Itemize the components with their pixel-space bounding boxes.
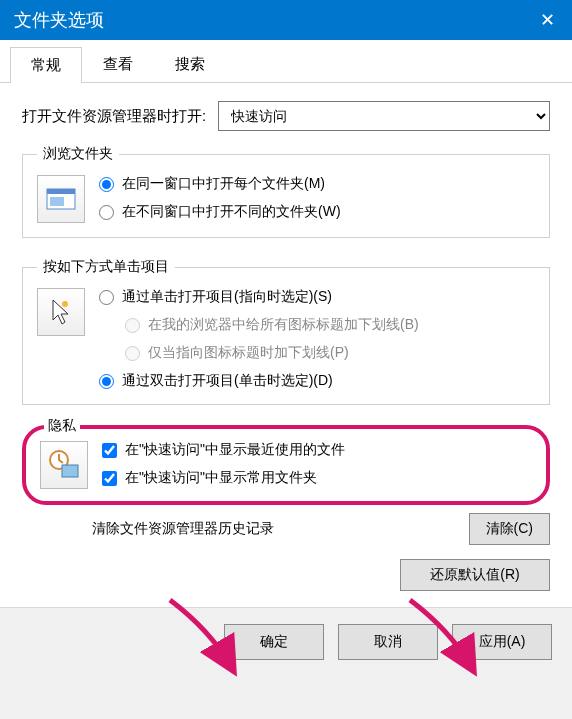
radio-new-window[interactable]: 在不同窗口中打开不同的文件夹(W) — [99, 203, 341, 221]
browse-legend: 浏览文件夹 — [37, 145, 119, 163]
privacy-group: 隐私 在"快速访问"中显示最近使用的文件 在"快速访问"中显示常用文件夹 — [22, 425, 550, 505]
svg-rect-5 — [62, 465, 78, 477]
tab-search[interactable]: 搜索 — [154, 46, 226, 82]
cursor-icon — [37, 288, 85, 336]
check-recent-files[interactable]: 在"快速访问"中显示最近使用的文件 — [102, 441, 345, 459]
title-bar: 文件夹选项 ✕ — [0, 0, 572, 40]
radio-single-click[interactable]: 通过单击打开项目(指向时选定)(S) — [99, 288, 419, 306]
tab-view[interactable]: 查看 — [82, 46, 154, 82]
cancel-button[interactable]: 取消 — [338, 624, 438, 660]
radio-underline-all: 在我的浏览器中给所有图标标题加下划线(B) — [125, 316, 419, 334]
history-icon — [40, 441, 88, 489]
clear-button[interactable]: 清除(C) — [469, 513, 550, 545]
dialog-footer: 确定 取消 应用(A) — [0, 607, 572, 676]
radio-underline-point: 仅当指向图标标题时加下划线(P) — [125, 344, 419, 362]
apply-button[interactable]: 应用(A) — [452, 624, 552, 660]
click-items-group: 按如下方式单击项目 通过单击打开项目(指向时选定)(S) 在我的浏览器中给所有图… — [22, 258, 550, 405]
window-title: 文件夹选项 — [14, 8, 104, 32]
tab-content: 打开文件资源管理器时打开: 快速访问 浏览文件夹 在同一窗口中打开每个文件夹(M… — [0, 83, 572, 607]
svg-rect-2 — [50, 197, 64, 206]
privacy-legend: 隐私 — [44, 417, 80, 435]
click-legend: 按如下方式单击项目 — [37, 258, 175, 276]
svg-rect-1 — [47, 189, 75, 194]
folder-window-icon — [37, 175, 85, 223]
radio-double-click[interactable]: 通过双击打开项目(单击时选定)(D) — [99, 372, 419, 390]
radio-same-window[interactable]: 在同一窗口中打开每个文件夹(M) — [99, 175, 341, 193]
ok-button[interactable]: 确定 — [224, 624, 324, 660]
svg-point-3 — [62, 301, 68, 307]
tab-general[interactable]: 常规 — [10, 47, 82, 83]
check-frequent-folders[interactable]: 在"快速访问"中显示常用文件夹 — [102, 469, 345, 487]
browse-folders-group: 浏览文件夹 在同一窗口中打开每个文件夹(M) 在不同窗口中打开不同的文件夹(W) — [22, 145, 550, 238]
close-button[interactable]: ✕ — [522, 0, 572, 40]
tab-strip: 常规 查看 搜索 — [0, 40, 572, 83]
open-explorer-label: 打开文件资源管理器时打开: — [22, 107, 206, 126]
clear-history-label: 清除文件资源管理器历史记录 — [92, 520, 274, 538]
open-explorer-select[interactable]: 快速访问 — [218, 101, 550, 131]
restore-defaults-button[interactable]: 还原默认值(R) — [400, 559, 550, 591]
